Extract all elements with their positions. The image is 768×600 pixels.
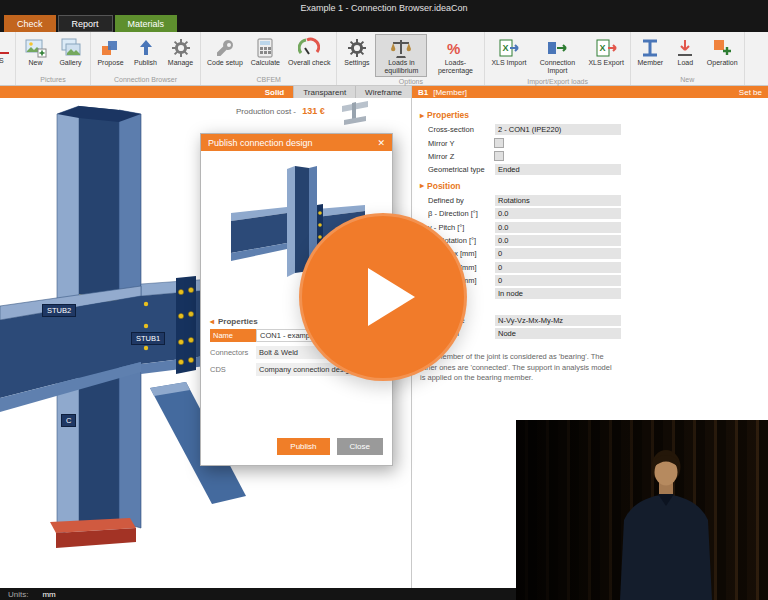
connection-import-button[interactable]: Connection Import	[531, 34, 583, 77]
code-setup-button[interactable]: Code setup	[204, 34, 246, 69]
ribbon-button-label: XLS Export	[588, 59, 623, 67]
checkbox[interactable]	[494, 138, 504, 148]
publish-button[interactable]: Publish	[277, 438, 329, 455]
property-value[interactable]: Rotations	[494, 194, 622, 207]
close-button[interactable]: Close	[337, 438, 383, 455]
clipped-ribbon-button[interactable]: CS	[0, 32, 16, 85]
ribbon-group-label: New	[634, 75, 741, 85]
ribbon-group-label: CBFEM	[204, 75, 333, 85]
ribbon-group-label: Import/Export loads	[488, 77, 626, 87]
section-title: Position	[427, 181, 461, 191]
overall-check-button[interactable]: Overall check	[285, 34, 333, 69]
new-button[interactable]: New	[19, 34, 52, 69]
dialog-titlebar[interactable]: Publish connection design ✕	[201, 134, 392, 151]
property-value[interactable]: 0	[494, 247, 622, 260]
gallery-button[interactable]: Gallery	[54, 34, 87, 69]
property-value[interactable]: 0.0	[494, 234, 622, 247]
axis-icon	[0, 35, 13, 57]
property-row-direction: β - Direction [°]0.0	[420, 207, 622, 220]
xls-export-button[interactable]: XXLS Export	[585, 34, 626, 69]
propose-button[interactable]: Propose	[94, 34, 127, 69]
property-value[interactable]: 0.0	[494, 221, 622, 234]
ribbon-button-label: Calculate	[251, 59, 280, 67]
calculate-icon	[254, 37, 276, 59]
ribbon-button-label: Manage	[168, 59, 193, 67]
connection-import-icon	[546, 37, 568, 59]
property-value[interactable]: N-Vy-Vz-Mx-My-Mz	[494, 314, 622, 327]
loads-percentage-button[interactable]: %Loads-percentage	[429, 34, 481, 77]
close-icon[interactable]: ✕	[377, 138, 385, 148]
member-label-stub2[interactable]: STUB2	[42, 304, 76, 317]
member-id: B1	[418, 88, 428, 97]
property-label: Geometrical type	[428, 165, 494, 174]
ribbon-group-cbfem: Code setupCalculateOverall checkCBFEM	[201, 32, 337, 85]
publish-button[interactable]: Publish	[129, 34, 162, 69]
section-title: Properties	[427, 110, 469, 120]
tab-report[interactable]: Report	[58, 15, 113, 32]
section-header-properties[interactable]: ▸Properties	[420, 106, 622, 123]
property-value[interactable]: 0	[494, 274, 622, 287]
view-mode-transparent[interactable]: Transparent	[293, 86, 355, 98]
ribbon-group-items: MemberLoadOperation	[634, 34, 741, 75]
ribbon-group-options: SettingsLoads in equilibrium%Loads-perce…	[337, 32, 485, 85]
overall-check-icon	[298, 37, 320, 59]
property-value[interactable]: 0.0	[494, 207, 622, 220]
view-mode-solid[interactable]: Solid	[256, 86, 294, 98]
loads-equilibrium-icon	[390, 37, 412, 59]
propose-icon	[100, 37, 122, 59]
calculate-button[interactable]: Calculate	[248, 34, 283, 69]
play-icon	[368, 268, 415, 326]
section-header-position[interactable]: ▸Position	[420, 177, 622, 194]
loads-in-equilibrium-button[interactable]: Loads in equilibrium	[375, 34, 427, 77]
ribbon-group-pictures: NewGalleryPictures	[16, 32, 91, 85]
property-value[interactable]: Ended	[494, 163, 622, 176]
checkbox[interactable]	[494, 151, 504, 161]
clipped-ribbon-label: CS	[0, 57, 4, 64]
xls-export-icon: X	[595, 37, 617, 59]
play-button[interactable]	[299, 213, 467, 381]
member-button[interactable]: Member	[634, 34, 667, 69]
property-value[interactable]: 2 - CON1 (IPE220)	[494, 123, 622, 136]
property-label: Mirror Z	[428, 152, 494, 161]
beam-section-thumbnail	[338, 98, 372, 130]
ribbon-button-label: Connection Import	[534, 59, 580, 75]
ribbon-button-label: Publish	[134, 59, 157, 67]
manage-button[interactable]: Manage	[164, 34, 197, 69]
production-cost: Production cost - 131 €	[236, 106, 325, 116]
property-value[interactable]: Node	[494, 327, 622, 340]
property-label: Cross-section	[428, 125, 494, 134]
production-cost-label: Production cost -	[236, 107, 296, 116]
field-label: Connectors	[210, 348, 256, 357]
property-label: β - Direction [°]	[428, 209, 494, 218]
field-label: Name	[210, 329, 256, 342]
ribbon-group-label: Connection Browser	[94, 75, 197, 85]
xls-import-button[interactable]: XXLS Import	[488, 34, 529, 69]
units-value: mm	[42, 590, 55, 599]
svg-text:X: X	[600, 43, 606, 53]
ribbon-group-new: MemberLoadOperationNew	[631, 32, 745, 85]
member-label-stub1[interactable]: STUB1	[131, 332, 165, 345]
ribbon-button-label: Settings	[344, 59, 369, 67]
tab-materials[interactable]: Materials	[115, 15, 178, 32]
video-inset[interactable]	[516, 420, 768, 600]
member-label-c[interactable]: C	[61, 414, 76, 427]
property-value[interactable]: 0	[494, 261, 622, 274]
ribbon-group-items: SettingsLoads in equilibrium%Loads-perce…	[340, 34, 481, 77]
set-bearing-member-button[interactable]: Set be	[739, 88, 762, 97]
view-mode-wireframe[interactable]: Wireframe	[355, 86, 411, 98]
load-button[interactable]: Load	[669, 34, 702, 69]
property-row-cross-section: Cross-section2 - CON1 (IPE220)	[420, 123, 622, 136]
settings-icon	[346, 37, 368, 59]
dialog-title: Publish connection design	[208, 138, 313, 148]
operation-button[interactable]: Operation	[704, 34, 741, 69]
dialog-properties-title: Properties	[218, 317, 258, 326]
property-row-pitch: γ - Pitch [°]0.0	[420, 220, 622, 233]
operation-icon	[711, 37, 733, 59]
code-setup-icon	[214, 37, 236, 59]
svg-text:X: X	[502, 43, 508, 53]
settings-button[interactable]: Settings	[340, 34, 373, 69]
window-titlebar: Example 1 - Connection Browser.ideaCon	[0, 0, 768, 15]
property-value[interactable]: In node	[494, 287, 622, 300]
tab-check[interactable]: Check	[4, 15, 56, 32]
property-row-mirror-y: Mirror Y	[420, 136, 622, 149]
